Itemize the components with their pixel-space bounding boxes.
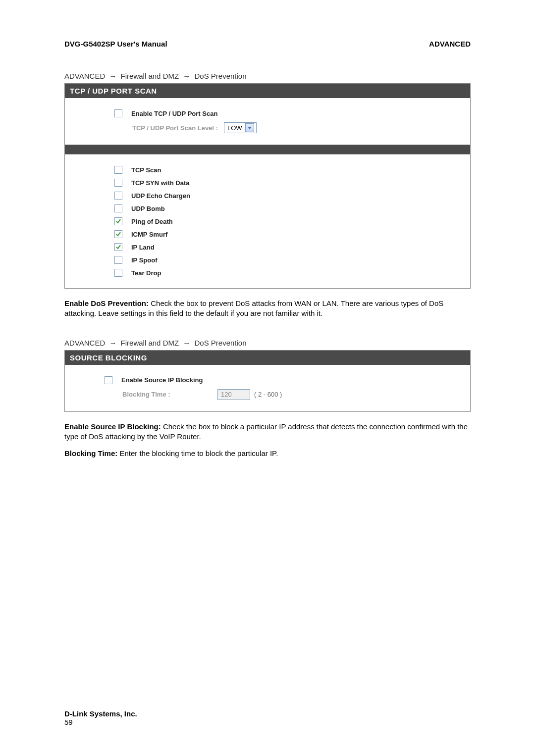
svg-marker-0: [248, 127, 252, 129]
crumb-advanced: ADVANCED: [64, 72, 105, 80]
ip-spoof-label: IP Spoof: [131, 256, 157, 264]
icmp-smurf-checkbox[interactable]: [114, 230, 122, 238]
tear-drop-checkbox[interactable]: [114, 269, 122, 277]
tcp-scan-label: TCP Scan: [131, 166, 161, 174]
blocking-time-input[interactable]: [217, 389, 250, 400]
tcp-scan-checkbox[interactable]: [114, 166, 122, 174]
panel-divider: [65, 145, 470, 154]
blocking-time-hint: ( 2 - 600 ): [254, 391, 282, 398]
arrow-icon: →: [107, 72, 118, 80]
chevron-down-icon[interactable]: [245, 123, 254, 132]
udp-bomb-label: UDP Bomb: [131, 205, 165, 212]
arrow-icon: →: [181, 72, 192, 80]
para-blocking-time-text: Enter the blocking time to block the par…: [117, 449, 278, 457]
panel-port-scan-title: TCP / UDP PORT SCAN: [65, 84, 470, 98]
port-scan-level-label: TCP / UDP Port Scan Level :: [132, 124, 218, 132]
icmp-smurf-label: ICMP Smurf: [131, 231, 167, 238]
breadcrumb: ADVANCED → Firewall and DMZ → DoS Preven…: [64, 339, 471, 347]
para-enable-source-bold: Enable Source IP Blocking:: [64, 422, 161, 431]
panel-source-blocking: SOURCE BLOCKING Enable Source IP Blockin…: [64, 350, 471, 412]
footer-company: D-Link Systems, Inc.: [64, 709, 137, 718]
arrow-icon: →: [181, 339, 192, 347]
blocking-time-label: Blocking Time :: [122, 391, 212, 398]
enable-source-blocking-checkbox[interactable]: [105, 376, 112, 384]
breadcrumb: ADVANCED → Firewall and DMZ → DoS Preven…: [64, 72, 471, 80]
panel-source-blocking-title: SOURCE BLOCKING: [65, 351, 470, 365]
manual-title: DVG-G5402SP User's Manual: [64, 40, 167, 48]
ip-land-checkbox[interactable]: [114, 243, 122, 251]
section-name: ADVANCED: [429, 40, 471, 48]
udp-echo-checkbox[interactable]: [114, 192, 122, 200]
ip-spoof-checkbox[interactable]: [114, 256, 122, 264]
arrow-icon: →: [107, 339, 118, 347]
ip-land-label: IP Land: [131, 244, 155, 251]
para-enable-dos: Enable DoS Prevention: Check the box to …: [64, 299, 471, 319]
enable-port-scan-checkbox[interactable]: [114, 109, 122, 117]
para-enable-source: Enable Source IP Blocking: Check the box…: [64, 422, 471, 442]
para-blocking-time-bold: Blocking Time:: [64, 449, 117, 457]
port-scan-level-select[interactable]: LOW: [224, 122, 257, 133]
udp-echo-label: UDP Echo Chargen: [131, 192, 190, 200]
tear-drop-label: Tear Drop: [131, 269, 161, 277]
ping-of-death-label: Ping of Death: [131, 218, 173, 225]
crumb-dos: DoS Prevention: [194, 72, 246, 80]
ping-of-death-checkbox[interactable]: [114, 217, 122, 225]
panel-port-scan: TCP / UDP PORT SCAN Enable TCP / UDP Por…: [64, 83, 471, 289]
crumb-firewall: Firewall and DMZ: [121, 72, 179, 80]
footer: D-Link Systems, Inc. 59: [64, 709, 137, 726]
crumb-advanced: ADVANCED: [64, 339, 105, 347]
udp-bomb-checkbox[interactable]: [114, 204, 122, 212]
tcp-syn-checkbox[interactable]: [114, 179, 122, 187]
enable-port-scan-label: Enable TCP / UDP Port Scan: [131, 110, 217, 117]
footer-page-number: 59: [64, 718, 137, 726]
tcp-syn-label: TCP SYN with Data: [131, 179, 190, 187]
crumb-firewall: Firewall and DMZ: [121, 339, 179, 347]
para-enable-dos-bold: Enable DoS Prevention:: [64, 299, 149, 307]
para-blocking-time: Blocking Time: Enter the blocking time t…: [64, 449, 471, 458]
port-scan-level-value: LOW: [227, 124, 242, 132]
enable-source-blocking-label: Enable Source IP Blocking: [121, 376, 203, 384]
crumb-dos: DoS Prevention: [194, 339, 246, 347]
